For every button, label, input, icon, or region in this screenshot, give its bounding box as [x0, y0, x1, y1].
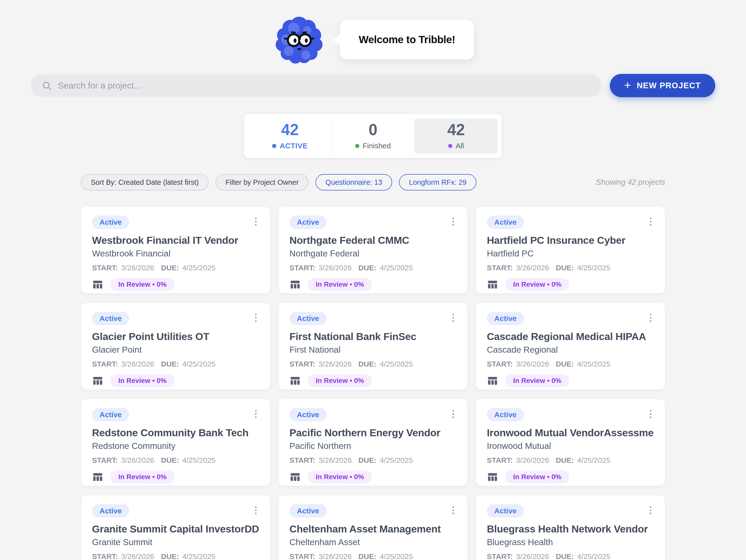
due-date: 4/25/2025 — [380, 456, 413, 465]
filter-owner-pill[interactable]: Filter by Project Owner — [216, 174, 309, 191]
project-stats-card: 42 ACTIVE 0 Finished 42 All — [244, 114, 502, 158]
card-menu-button[interactable] — [253, 312, 259, 324]
project-owner: Cascade Regional — [487, 344, 654, 355]
project-card[interactable]: Active Glacier Point Utilities OT Glacie… — [81, 303, 270, 390]
due-label: DUE: — [556, 456, 574, 465]
card-menu-button[interactable] — [253, 504, 259, 516]
card-menu-button[interactable] — [450, 408, 457, 420]
card-menu-button[interactable] — [647, 408, 654, 420]
progress-badge: In Review • 0% — [308, 471, 372, 483]
progress-badge: In Review • 0% — [505, 374, 569, 387]
project-card[interactable]: Active Westbrook Financial IT Vendor Wes… — [81, 206, 270, 293]
finished-count: 0 — [369, 122, 377, 138]
card-menu-button[interactable] — [450, 504, 457, 516]
kebab-dot-icon — [650, 513, 652, 514]
kebab-dot-icon — [255, 317, 257, 319]
kebab-dot-icon — [650, 224, 652, 226]
card-menu-button[interactable] — [253, 408, 259, 420]
questionnaire-filter-pill[interactable]: Questionnaire: 13 — [315, 174, 392, 191]
project-card[interactable]: Active Granite Summit Capital InvestorDD… — [81, 495, 270, 560]
card-header: Active — [487, 216, 654, 229]
card-menu-button[interactable] — [450, 216, 457, 228]
progress-badge: In Review • 0% — [308, 278, 372, 291]
due-label: DUE: — [358, 552, 376, 560]
status-badge: Active — [289, 408, 326, 421]
project-card[interactable]: Active Bluegrass Health Network Vendor B… — [476, 495, 665, 560]
kebab-dot-icon — [452, 413, 454, 415]
kebab-dot-icon — [255, 513, 257, 514]
card-footer: In Review • 0% — [92, 471, 259, 483]
status-badge: Active — [92, 408, 129, 421]
status-badge: Active — [487, 312, 524, 325]
due-date: 4/25/2025 — [182, 552, 215, 560]
start-date: 3/26/2026 — [121, 360, 154, 368]
card-menu-button[interactable] — [450, 312, 457, 324]
kebab-dot-icon — [255, 224, 257, 226]
kebab-dot-icon — [255, 221, 257, 222]
start-label: START: — [289, 456, 315, 465]
project-card[interactable]: Active Northgate Federal CMMC Northgate … — [278, 206, 468, 293]
status-badge: Active — [92, 216, 129, 229]
status-badge: Active — [289, 504, 326, 517]
progress-badge: In Review • 0% — [505, 278, 569, 291]
project-title: Northgate Federal CMMC — [289, 234, 457, 246]
project-card[interactable]: Active Ironwood Mutual VendorAssessment … — [476, 399, 665, 486]
due-date: 4/25/2025 — [182, 456, 215, 465]
card-menu-button[interactable] — [647, 312, 654, 324]
due-label: DUE: — [556, 360, 574, 368]
project-card[interactable]: Active Cascade Regional Medical HIPAA Ca… — [476, 303, 665, 390]
status-badge: Active — [487, 408, 524, 421]
card-menu-button[interactable] — [647, 216, 654, 228]
tribble-dashboard: Welcome to Tribble! + NEW PROJECT 42 ACT… — [0, 0, 746, 560]
table-columns-icon — [487, 375, 498, 386]
project-title: Cheltenham Asset Management — [289, 523, 457, 535]
project-card[interactable]: Active Pacific Northern Energy Vendor Pa… — [278, 399, 468, 486]
stat-tab-finished[interactable]: 0 Finished — [331, 118, 415, 153]
table-columns-icon — [289, 279, 301, 290]
card-header: Active — [92, 216, 259, 229]
stat-tab-all[interactable]: 42 All — [415, 118, 497, 153]
finished-dot-icon — [355, 144, 360, 148]
kebab-dot-icon — [452, 221, 454, 222]
project-owner: Northgate Federal — [289, 248, 457, 258]
card-menu-button[interactable] — [253, 216, 259, 228]
card-header: Active — [289, 216, 457, 229]
project-dates: START: 3/26/2026 DUE: 4/25/2025 — [289, 263, 457, 272]
plus-icon: + — [624, 79, 631, 91]
progress-badge: In Review • 0% — [110, 374, 175, 387]
stat-tab-active[interactable]: 42 ACTIVE — [249, 118, 331, 153]
sort-by-pill[interactable]: Sort By: Created Date (latest first) — [81, 174, 208, 191]
project-title: Cascade Regional Medical HIPAA — [487, 331, 654, 342]
project-card[interactable]: Active First National Bank FinSec First … — [278, 303, 468, 390]
card-header: Active — [289, 408, 457, 421]
kebab-dot-icon — [255, 314, 257, 315]
start-label: START: — [289, 360, 315, 368]
longform-rfx-filter-pill[interactable]: Longform RFx: 29 — [399, 174, 477, 191]
card-footer: In Review • 0% — [487, 374, 654, 387]
card-menu-button[interactable] — [647, 504, 654, 516]
project-card[interactable]: Active Hartfield PC Insurance Cyber Hart… — [476, 206, 665, 293]
kebab-dot-icon — [650, 506, 652, 508]
due-date: 4/25/2025 — [182, 263, 215, 272]
search-input[interactable] — [58, 81, 591, 90]
kebab-dot-icon — [452, 314, 454, 315]
start-label: START: — [289, 263, 315, 272]
kebab-dot-icon — [255, 320, 257, 322]
due-label: DUE: — [556, 552, 574, 560]
due-date: 4/25/2025 — [577, 360, 610, 368]
start-label: START: — [92, 552, 118, 560]
search-row: + NEW PROJECT — [31, 74, 715, 97]
project-dates: START: 3/26/2026 DUE: 4/25/2025 — [92, 552, 259, 560]
new-project-label: NEW PROJECT — [637, 81, 701, 90]
project-card[interactable]: Active Cheltenham Asset Management Chelt… — [278, 495, 468, 560]
due-date: 4/25/2025 — [380, 552, 413, 560]
progress-badge: In Review • 0% — [110, 278, 175, 291]
new-project-button[interactable]: + NEW PROJECT — [610, 74, 715, 97]
kebab-dot-icon — [452, 317, 454, 319]
project-card[interactable]: Active Redstone Community Bank Tech Reds… — [81, 399, 270, 486]
start-date: 3/26/2026 — [121, 263, 154, 272]
kebab-dot-icon — [255, 218, 257, 219]
project-title: Glacier Point Utilities OT — [92, 331, 259, 342]
project-title: First National Bank FinSec — [289, 331, 457, 342]
tribble-mascot-icon — [272, 12, 326, 67]
